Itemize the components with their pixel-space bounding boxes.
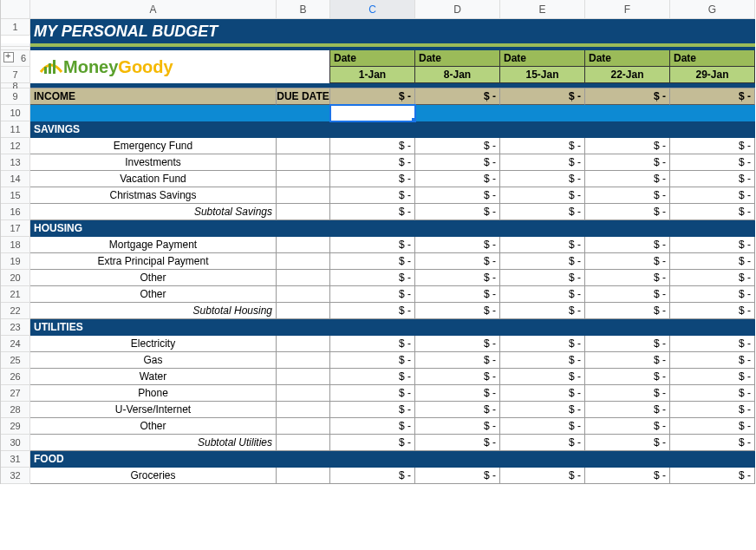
- cell[interactable]: [500, 105, 585, 121]
- cell[interactable]: [585, 105, 670, 121]
- amount-cell[interactable]: $ -: [500, 270, 585, 286]
- amount-cell[interactable]: $ -: [585, 270, 670, 286]
- row-header[interactable]: 15: [1, 187, 30, 204]
- row-header[interactable]: 28: [1, 402, 30, 418]
- amount-cell[interactable]: $ -: [330, 336, 415, 352]
- date-value[interactable]: 1-Jan: [330, 67, 415, 83]
- select-all-corner[interactable]: [1, 0, 30, 19]
- amount-cell[interactable]: $ -: [330, 286, 415, 303]
- amount-cell[interactable]: $ -: [585, 336, 670, 352]
- date-value[interactable]: 15-Jan: [500, 67, 585, 83]
- line-item-label[interactable]: Extra Principal Payment: [30, 253, 277, 270]
- amount-cell[interactable]: $ -: [585, 369, 670, 385]
- row-header[interactable]: 32: [1, 468, 30, 484]
- amount-cell[interactable]: $ -: [330, 270, 415, 286]
- active-cell[interactable]: [330, 105, 415, 121]
- line-item-label[interactable]: Phone: [30, 385, 277, 402]
- line-item-label[interactable]: Christmas Savings: [30, 187, 277, 204]
- row-header[interactable]: 30: [1, 435, 30, 451]
- cell[interactable]: [415, 105, 500, 121]
- due-date-header[interactable]: DUE DATE: [277, 88, 330, 105]
- amount-cell[interactable]: $ -: [415, 402, 500, 418]
- income-total-cell[interactable]: $ -: [415, 88, 500, 105]
- due-date-cell[interactable]: [277, 237, 330, 253]
- income-total-cell[interactable]: $ -: [670, 88, 755, 105]
- due-date-cell[interactable]: [277, 369, 330, 385]
- row-header[interactable]: 22: [1, 303, 30, 319]
- date-label[interactable]: Date: [585, 50, 670, 67]
- amount-cell[interactable]: $ -: [670, 270, 755, 286]
- amount-cell[interactable]: $ -: [500, 286, 585, 303]
- cell[interactable]: [30, 105, 277, 121]
- amount-cell[interactable]: $ -: [415, 286, 500, 303]
- cell[interactable]: [277, 105, 330, 121]
- amount-cell[interactable]: $ -: [585, 253, 670, 270]
- amount-cell[interactable]: $ -: [330, 204, 415, 220]
- amount-cell[interactable]: $ -: [415, 352, 500, 369]
- amount-cell[interactable]: $ -: [500, 435, 585, 451]
- amount-cell[interactable]: $ -: [415, 204, 500, 220]
- amount-cell[interactable]: $ -: [500, 204, 585, 220]
- date-label[interactable]: Date: [415, 50, 500, 67]
- amount-cell[interactable]: $ -: [415, 418, 500, 435]
- due-date-cell[interactable]: [277, 171, 330, 187]
- amount-cell[interactable]: $ -: [500, 253, 585, 270]
- line-item-label[interactable]: Mortgage Payment: [30, 237, 277, 253]
- amount-cell[interactable]: $ -: [585, 468, 670, 484]
- amount-cell[interactable]: $ -: [500, 369, 585, 385]
- line-item-label[interactable]: Other: [30, 286, 277, 303]
- row-header[interactable]: 26: [1, 369, 30, 385]
- amount-cell[interactable]: $ -: [500, 336, 585, 352]
- line-item-label[interactable]: U-Verse/Internet: [30, 402, 277, 418]
- column-header-D[interactable]: D: [415, 0, 500, 19]
- amount-cell[interactable]: $ -: [330, 369, 415, 385]
- amount-cell[interactable]: $ -: [670, 369, 755, 385]
- due-date-cell[interactable]: [277, 187, 330, 204]
- line-item-label[interactable]: Other: [30, 270, 277, 286]
- due-date-cell[interactable]: [277, 352, 330, 369]
- due-date-cell[interactable]: [277, 336, 330, 352]
- amount-cell[interactable]: $ -: [330, 468, 415, 484]
- due-date-cell[interactable]: [277, 303, 330, 319]
- amount-cell[interactable]: $ -: [670, 402, 755, 418]
- amount-cell[interactable]: $ -: [585, 154, 670, 171]
- row-header[interactable]: 13: [1, 154, 30, 171]
- amount-cell[interactable]: $ -: [585, 187, 670, 204]
- line-item-label[interactable]: Electricity: [30, 336, 277, 352]
- column-header-B[interactable]: B: [277, 0, 330, 19]
- line-item-label[interactable]: Other: [30, 418, 277, 435]
- line-item-label[interactable]: Water: [30, 369, 277, 385]
- row-header[interactable]: 11: [1, 121, 30, 138]
- income-total-cell[interactable]: $ -: [500, 88, 585, 105]
- date-label[interactable]: Date: [500, 50, 585, 67]
- amount-cell[interactable]: $ -: [585, 138, 670, 154]
- amount-cell[interactable]: $ -: [500, 468, 585, 484]
- section-header[interactable]: FOOD: [30, 451, 755, 468]
- amount-cell[interactable]: $ -: [500, 402, 585, 418]
- row-header[interactable]: 29: [1, 418, 30, 435]
- row-header[interactable]: 12: [1, 138, 30, 154]
- subtotal-label[interactable]: Subtotal Housing: [30, 303, 277, 319]
- row-header[interactable]: 21: [1, 286, 30, 303]
- amount-cell[interactable]: $ -: [670, 253, 755, 270]
- due-date-cell[interactable]: [277, 138, 330, 154]
- amount-cell[interactable]: $ -: [500, 187, 585, 204]
- amount-cell[interactable]: $ -: [670, 154, 755, 171]
- amount-cell[interactable]: $ -: [585, 418, 670, 435]
- amount-cell[interactable]: $ -: [670, 303, 755, 319]
- amount-cell[interactable]: $ -: [330, 402, 415, 418]
- amount-cell[interactable]: $ -: [500, 154, 585, 171]
- column-header-A[interactable]: A: [30, 0, 277, 19]
- row-header[interactable]: 10: [1, 105, 30, 121]
- amount-cell[interactable]: $ -: [670, 336, 755, 352]
- amount-cell[interactable]: $ -: [330, 253, 415, 270]
- amount-cell[interactable]: $ -: [500, 303, 585, 319]
- amount-cell[interactable]: $ -: [415, 171, 500, 187]
- amount-cell[interactable]: $ -: [670, 385, 755, 402]
- row-header[interactable]: 17: [1, 220, 30, 237]
- amount-cell[interactable]: $ -: [585, 385, 670, 402]
- amount-cell[interactable]: $ -: [670, 418, 755, 435]
- amount-cell[interactable]: $ -: [330, 418, 415, 435]
- amount-cell[interactable]: $ -: [330, 138, 415, 154]
- amount-cell[interactable]: $ -: [585, 171, 670, 187]
